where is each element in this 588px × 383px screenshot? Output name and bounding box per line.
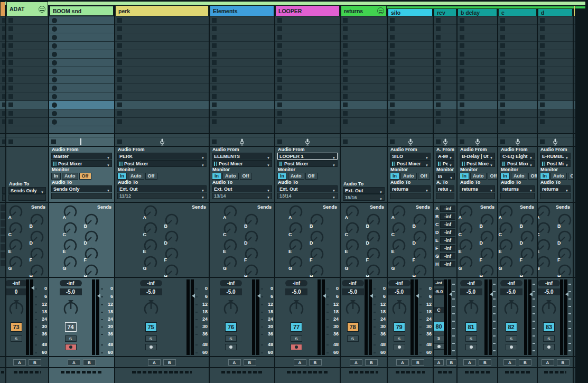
clip-slot[interactable] — [434, 59, 456, 67]
send-knob-c[interactable]: C — [538, 221, 552, 237]
clip-slot[interactable] — [115, 33, 209, 42]
fader-marker-icon[interactable] — [323, 294, 326, 298]
monitor-auto-button[interactable]: Auto — [400, 173, 417, 180]
clip-stop-button[interactable] — [117, 43, 122, 48]
clip-stop-button[interactable] — [277, 77, 282, 82]
fader-marker-icon[interactable] — [529, 292, 533, 296]
peak-level-display[interactable]: -Inf — [500, 280, 522, 286]
clip-slot[interactable] — [210, 118, 274, 126]
clip-stop-button[interactable] — [540, 18, 545, 23]
clip-stop-button[interactable] — [117, 26, 122, 31]
clip-stop-button[interactable] — [2, 77, 6, 82]
monitor-in-button[interactable]: In — [460, 173, 469, 180]
volume-field[interactable]: -5.0 — [388, 288, 410, 295]
clip-stop-button[interactable] — [277, 18, 282, 23]
send-knob-h[interactable]: H — [83, 263, 99, 278]
clip-stop-button[interactable] — [390, 35, 395, 40]
pan-knob[interactable] — [286, 299, 306, 319]
clip-slot[interactable] — [538, 50, 573, 59]
arm-button[interactable] — [506, 344, 517, 350]
clip-slot[interactable] — [458, 84, 497, 92]
clip-slot[interactable] — [341, 118, 387, 126]
send-knob-h[interactable]: H — [479, 263, 495, 278]
clip-stop-button[interactable] — [212, 18, 217, 23]
output-channel-dropdown[interactable] — [436, 193, 454, 199]
clip-record-button[interactable] — [52, 18, 57, 23]
send-knob-b[interactable]: B — [244, 212, 259, 228]
send-knob-b[interactable]: B — [519, 212, 535, 228]
monitor-auto-button[interactable]: Auto — [470, 173, 487, 180]
clip-record-button[interactable] — [52, 52, 57, 57]
clip-stop-button[interactable] — [2, 26, 6, 31]
clip-stop-button[interactable] — [277, 86, 282, 90]
send-amount-field[interactable]: -inf — [440, 261, 455, 267]
clip-slot[interactable] — [341, 16, 387, 25]
clip-stop-button[interactable] — [540, 111, 545, 116]
send-knob-g[interactable]: G — [344, 255, 360, 270]
send-knob-d[interactable]: D — [557, 229, 573, 245]
peak-level-display[interactable]: -Inf — [6, 280, 27, 286]
clip-stop-button[interactable] — [460, 35, 464, 40]
arm-button[interactable] — [543, 344, 555, 350]
clip-stop-button[interactable] — [2, 60, 6, 65]
clip-slot[interactable] — [0, 50, 5, 59]
clip-stop-button[interactable] — [2, 119, 6, 124]
send-knob-c[interactable]: C — [143, 221, 158, 237]
volume-field[interactable]: -5.0 — [140, 288, 162, 295]
clip-stop-button[interactable] — [436, 102, 441, 107]
clip-slot[interactable] — [0, 33, 5, 42]
track-stop-button[interactable] — [51, 139, 56, 144]
clip-slot[interactable] — [388, 42, 433, 50]
clip-slot[interactable] — [341, 76, 387, 84]
clip-slot[interactable] — [458, 76, 497, 84]
clip-slot[interactable] — [538, 42, 573, 50]
clip-stop-button[interactable] — [576, 94, 576, 99]
clip-stop-button[interactable] — [8, 60, 13, 65]
clip-slot[interactable] — [115, 84, 209, 92]
peak-level-display[interactable]: -Inf — [388, 280, 410, 286]
clip-stop-button[interactable] — [540, 43, 545, 48]
clip-stop-button[interactable] — [343, 111, 348, 116]
clip-slot[interactable] — [115, 109, 209, 118]
clip-stop-button[interactable] — [460, 18, 464, 23]
output-channel-dropdown[interactable] — [500, 193, 535, 199]
solo-button[interactable]: S — [394, 335, 405, 342]
clip-slot[interactable] — [434, 92, 456, 101]
monitor-auto-button[interactable]: Auto — [128, 173, 144, 180]
pan-knob[interactable] — [461, 299, 481, 319]
send-knob-f[interactable]: F — [29, 246, 45, 262]
peak-level-display[interactable]: -Inf — [538, 280, 560, 286]
clip-stop-button[interactable] — [576, 26, 576, 31]
clip-slot[interactable] — [434, 33, 456, 42]
clip-slot[interactable] — [341, 59, 387, 67]
clip-slot[interactable] — [434, 118, 456, 126]
clip-slot[interactable] — [275, 118, 340, 126]
crossfade-a-button[interactable]: A — [148, 359, 161, 366]
send-knob-c[interactable]: C — [458, 221, 474, 237]
audio-to-dropdown[interactable] — [2, 187, 5, 194]
peak-level-display[interactable]: -Inf — [342, 280, 364, 286]
track-stop-button[interactable] — [212, 139, 217, 144]
clip-slot[interactable] — [6, 67, 48, 76]
solo-button[interactable]: S — [145, 335, 157, 342]
send-knob-g[interactable]: G — [143, 255, 158, 270]
clip-stop-button[interactable] — [500, 43, 505, 48]
audio-to-dropdown[interactable]: returns — [460, 185, 495, 192]
clip-stop-button[interactable] — [2, 69, 6, 73]
audio-to-dropdown[interactable]: Sends Only — [8, 187, 46, 194]
audio-from-dropdown[interactable]: LOOPER 1 — [277, 153, 338, 160]
arm-button[interactable] — [394, 344, 405, 350]
send-knob-f[interactable]: F — [83, 246, 99, 262]
send-amount-field[interactable]: -inf — [440, 213, 455, 220]
track-header[interactable] — [0, 2, 5, 16]
clip-stop-button[interactable] — [540, 52, 545, 57]
crossfade-b-button[interactable]: B — [557, 359, 570, 366]
clip-slot[interactable] — [498, 118, 537, 126]
clip-slot[interactable] — [458, 25, 497, 33]
track-activator-button[interactable]: 81 — [465, 322, 477, 332]
track-activator-button[interactable]: 75 — [145, 322, 157, 332]
clip-stop-button[interactable] — [540, 60, 545, 65]
channel-tap-dropdown[interactable]: Post Mixer — [117, 160, 207, 167]
clip-stop-button[interactable] — [2, 102, 6, 107]
clip-slot[interactable] — [341, 33, 387, 42]
